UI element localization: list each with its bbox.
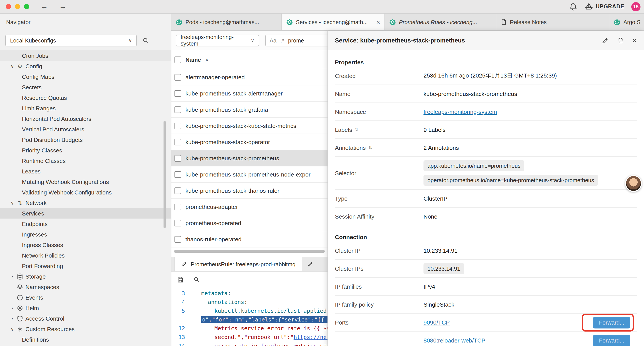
navigator-sidebar: Local Kubeconfigs ∨ Cron Jobs ∨ ⚙ Config…: [0, 31, 172, 346]
sidebar-item-helm[interactable]: › Helm: [0, 303, 171, 313]
save-icon[interactable]: [177, 276, 184, 283]
select-all-checkbox[interactable]: [174, 56, 181, 63]
sidebar-item-custom-resources[interactable]: ∨ Custom Resources: [0, 324, 171, 334]
chevron-down-icon[interactable]: ∨: [9, 200, 16, 206]
kubeconfig-selector[interactable]: Local Kubeconfigs ∨: [5, 34, 137, 46]
tab-prometheus-rules[interactable]: Prometheus Rules - icecheng...: [385, 13, 496, 30]
tab-pods[interactable]: Pods - icecheng@mathmas...: [172, 13, 282, 30]
edit-icon[interactable]: [602, 36, 609, 44]
sidebar-item-port-forwarding[interactable]: Port Forwarding: [0, 261, 171, 271]
tab-close-icon[interactable]: ×: [374, 18, 380, 26]
document-icon: [501, 19, 507, 25]
window-zoom-button[interactable]: [24, 4, 29, 9]
sidebar-item-network-policies[interactable]: Network Policies: [0, 250, 171, 261]
expand-sort-icon[interactable]: ⇅: [368, 145, 372, 150]
forward-button[interactable]: →: [59, 3, 66, 10]
forward-button[interactable]: Forward...: [593, 317, 630, 328]
sidebar-scrollbar[interactable]: [164, 121, 166, 228]
back-button[interactable]: ←: [41, 3, 48, 10]
sidebar-item-secrets[interactable]: Secrets: [0, 82, 171, 92]
tab-argo[interactable]: Argo S: [609, 13, 644, 30]
namespace-filter-select[interactable]: freeleaps-monitoring-system ∨: [176, 34, 259, 46]
selected-text: o","for":"nm","labels":{"service":"{{ $: [201, 316, 332, 323]
sidebar-item-pod-disruption-budgets[interactable]: Pod Disruption Budgets: [0, 134, 171, 145]
titlebar: ← → UPGRADE 15: [0, 0, 644, 13]
pencil-icon: [181, 261, 187, 267]
sidebar-item-limit-ranges[interactable]: Limit Ranges: [0, 103, 171, 113]
kubernetes-cluster-icon: [176, 19, 182, 25]
sidebar-item-config[interactable]: ∨ ⚙ Config: [0, 61, 171, 71]
chevron-down-icon[interactable]: ∨: [9, 63, 16, 69]
drawer-title: Service: kube-prometheus-stack-prometheu…: [335, 37, 465, 43]
row-checkbox[interactable]: [174, 236, 181, 242]
sidebar-item-network[interactable]: ∨ ⇅ Network: [0, 198, 171, 208]
gear-icon: ⚙: [16, 63, 24, 69]
tab-release-notes[interactable]: Release Notes: [496, 13, 609, 30]
delete-icon[interactable]: [617, 36, 624, 44]
drawer-row-cluster-ip: Cluster IP 10.233.14.91: [335, 242, 637, 260]
horizontal-scrollbar[interactable]: [174, 250, 325, 253]
sidebar-item-mutating-webhook-configurations[interactable]: Mutating Webhook Configurations: [0, 177, 171, 187]
chevron-right-icon[interactable]: ›: [9, 316, 16, 321]
cluster-ip-badge: 10.233.14.91: [424, 263, 464, 274]
row-checkbox[interactable]: [174, 220, 181, 226]
sidebar-item-priority-classes[interactable]: Priority Classes: [0, 145, 171, 155]
row-checkbox[interactable]: [174, 139, 181, 145]
upgrade-button[interactable]: UPGRADE: [584, 2, 624, 11]
row-checkbox[interactable]: [174, 187, 181, 194]
namespace-link[interactable]: freeleaps-monitoring-system: [424, 108, 497, 115]
tab-services[interactable]: Services - icecheng@math... ×: [282, 13, 385, 31]
drawer-row-created: Created 253d 16h 6m ago (2025年1月13日 GMT+…: [335, 67, 637, 85]
row-checkbox[interactable]: [174, 155, 181, 161]
chevron-right-icon[interactable]: ›: [9, 305, 16, 311]
user-avatar[interactable]: [625, 175, 642, 192]
port-link[interactable]: 9090/TCP: [424, 319, 450, 326]
pencil-icon[interactable]: [307, 257, 314, 271]
row-checkbox[interactable]: [174, 74, 181, 80]
search-icon[interactable]: [193, 276, 200, 283]
drawer-row-ports-1: Ports 9090/TCP Forward...: [335, 314, 637, 332]
kubernetes-cluster-icon: [286, 19, 293, 25]
row-checkbox[interactable]: [174, 122, 181, 129]
row-checkbox[interactable]: [174, 171, 181, 178]
sidebar-item-resource-quotas[interactable]: Resource Quotas: [0, 92, 171, 103]
row-checkbox[interactable]: [174, 90, 181, 97]
tab-bar: Navigator Pods - icecheng@mathmas... Ser…: [0, 13, 644, 31]
window-close-button[interactable]: [6, 4, 11, 9]
sidebar-item-namespaces[interactable]: Namespaces: [0, 282, 171, 292]
dock-tab-prometheusrule[interactable]: PrometheusRule: freeleaps-prod-rabbitmq: [174, 257, 302, 271]
chevron-right-icon[interactable]: ›: [9, 274, 16, 279]
sidebar-item-runtime-classes[interactable]: Runtime Classes: [0, 155, 171, 166]
row-checkbox[interactable]: [174, 106, 181, 113]
sidebar-item-ingresses[interactable]: Ingresses: [0, 229, 171, 240]
window-minimize-button[interactable]: [15, 4, 20, 9]
drawer-row-session-affinity: Session Affinity None: [335, 208, 637, 225]
close-icon[interactable]: ×: [632, 36, 637, 44]
sidebar-item-leases[interactable]: Leases: [0, 166, 171, 177]
forward-button[interactable]: Forward...: [593, 335, 630, 346]
shield-icon: [16, 315, 24, 322]
sidebar-item-definitions[interactable]: Definitions: [0, 334, 171, 345]
sidebar-item-ingress-classes[interactable]: Ingress Classes: [0, 240, 171, 250]
sidebar-item-vertical-pod-autoscalers[interactable]: Vertical Pod Autoscalers: [0, 124, 171, 134]
row-checkbox[interactable]: [174, 203, 181, 210]
regex-toggle[interactable]: .*: [280, 37, 284, 43]
chevron-down-icon[interactable]: ∨: [9, 326, 16, 332]
sidebar-item-access-control[interactable]: › Access Control: [0, 313, 171, 324]
notifications-bell-icon[interactable]: [569, 2, 577, 11]
column-header-name[interactable]: Name: [186, 56, 201, 63]
sidebar-item-cron-jobs[interactable]: Cron Jobs: [0, 50, 171, 61]
sidebar-item-storage[interactable]: › Storage: [0, 271, 171, 282]
sidebar-item-services[interactable]: Services: [0, 208, 171, 219]
sidebar-item-config-maps[interactable]: Config Maps: [0, 71, 171, 82]
notification-count-badge[interactable]: 15: [631, 2, 640, 11]
search-icon[interactable]: [142, 37, 150, 44]
sidebar-item-events[interactable]: Events: [0, 292, 171, 303]
sidebar-item-horizontal-pod-autoscalers[interactable]: Horizontal Pod Autoscalers: [0, 113, 171, 124]
expand-sort-icon[interactable]: ⇅: [355, 127, 358, 132]
sidebar-item-endpoints[interactable]: Endpoints: [0, 219, 171, 229]
match-case-toggle[interactable]: Aa: [270, 37, 276, 43]
storage-icon: [16, 273, 24, 280]
sidebar-item-validating-webhook-configurations[interactable]: Validating Webhook Configurations: [0, 187, 171, 198]
port-link[interactable]: 8080:reloader-web/TCP: [424, 337, 485, 344]
